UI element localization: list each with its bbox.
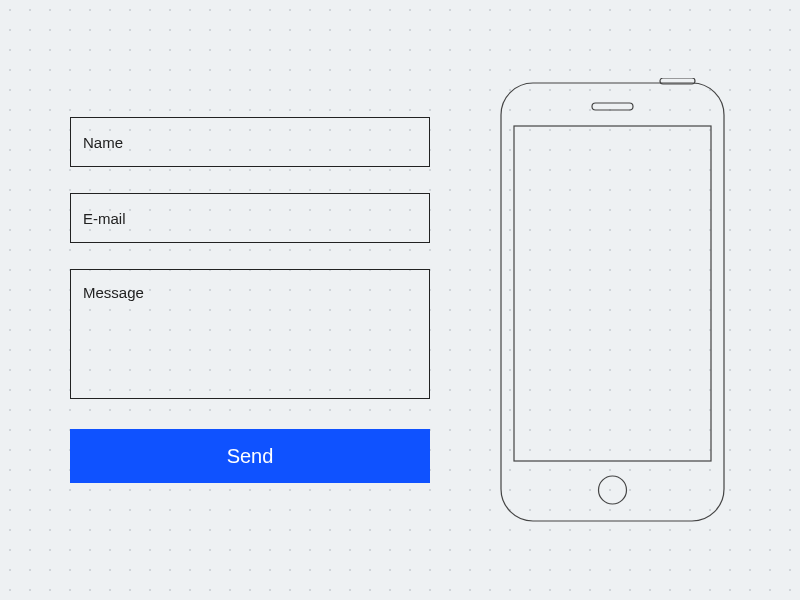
svg-rect-3 (514, 126, 711, 461)
phone-icon (500, 78, 725, 523)
svg-rect-2 (592, 103, 633, 110)
name-input[interactable] (70, 117, 430, 167)
contact-form: Send (70, 117, 430, 483)
phone-wireframe (500, 78, 725, 523)
message-input[interactable] (70, 269, 430, 399)
svg-point-4 (599, 476, 627, 504)
email-input[interactable] (70, 193, 430, 243)
svg-rect-1 (501, 83, 724, 521)
send-button[interactable]: Send (70, 429, 430, 483)
